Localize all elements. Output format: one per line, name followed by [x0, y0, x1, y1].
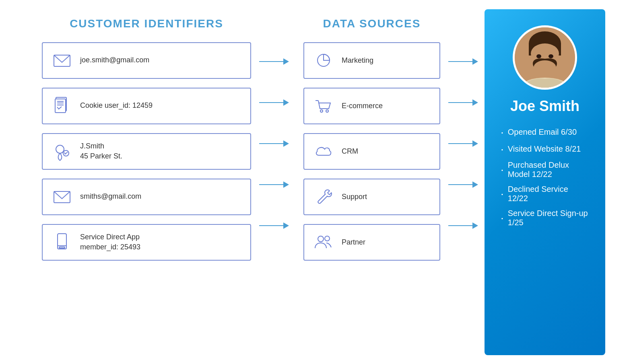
identifier-address-label: J.Smith 45 Parker St. [80, 141, 122, 161]
arrow-icon-4 [259, 181, 289, 188]
arrow-3 [259, 128, 295, 160]
customer-identifiers-title: CUSTOMER IDENTIFIERS [42, 17, 251, 30]
identifier-email1: joe.smith@gmail.com [42, 42, 251, 79]
cart-icon [312, 95, 334, 117]
wrench-icon [312, 186, 334, 208]
arrow-icon-r2 [448, 99, 478, 106]
datasource-partner-label: Partner [342, 238, 365, 247]
arrow-icon-1 [259, 58, 289, 65]
arrow-4 [259, 169, 295, 201]
identifier-email1-label: joe.smith@gmail.com [80, 55, 149, 65]
svg-point-23 [325, 236, 330, 241]
arrow-2 [259, 86, 295, 119]
svg-point-20 [320, 110, 323, 112]
arrow-r4 [448, 169, 485, 201]
datasource-crm-label: CRM [342, 147, 358, 156]
identifier-email2: smiths@gmail.com [42, 179, 251, 215]
email-icon-2 [51, 186, 73, 208]
arrow-r2 [448, 86, 485, 119]
identifier-cookie: Cookie user_id: 12459 [42, 88, 251, 124]
data-sources-section: DATA SOURCES Marketing [295, 9, 448, 278]
svg-point-21 [326, 110, 328, 112]
svg-point-22 [318, 236, 324, 242]
document-icon [51, 95, 73, 117]
main-container: CUSTOMER IDENTIFIERS joe.smith@gmail.com [26, 9, 605, 355]
datasource-marketing: Marketing [303, 42, 440, 79]
activity-item-4: Declined Service 12/22 [501, 185, 589, 203]
arrow-r3 [448, 128, 485, 160]
arrow-5 [259, 210, 295, 242]
chart-icon [312, 49, 334, 72]
arrow-icon-r3 [448, 140, 478, 147]
svg-point-29 [549, 54, 553, 58]
mobile-icon [51, 231, 73, 253]
activity-list: Opened Email 6/30 Visited Website 8/21 P… [497, 127, 593, 233]
arrow-icon-r5 [448, 222, 478, 229]
datasource-ecommerce: E-commerce [303, 88, 440, 124]
avatar-image [515, 27, 575, 88]
email-icon-1 [51, 49, 73, 72]
datasource-marketing-label: Marketing [342, 56, 373, 65]
arrow-r1 [448, 45, 485, 78]
right-arrows-column [448, 9, 485, 251]
identifier-cookie-label: Cookie user_id: 12459 [80, 101, 153, 111]
activity-item-3: Purchased Delux Model 12/22 [501, 160, 589, 179]
arrow-icon-r4 [448, 181, 478, 188]
datasource-crm: CRM [303, 133, 440, 170]
svg-point-30 [534, 60, 556, 75]
datasource-support-label: Support [342, 193, 367, 201]
people-icon [312, 231, 334, 253]
cloud-icon [312, 140, 334, 162]
arrow-r5 [448, 210, 485, 242]
svg-rect-15 [59, 247, 65, 248]
arrow-1 [259, 45, 295, 78]
identifier-email2-label: smiths@gmail.com [80, 191, 141, 202]
identifier-app-label: Service Direct App member_id: 25493 [80, 232, 140, 252]
svg-point-28 [536, 54, 541, 58]
arrow-icon-r1 [448, 58, 478, 65]
activity-item-2: Visited Website 8/21 [501, 144, 589, 155]
customer-profile-section: Joe Smith Opened Email 6/30 Visited Webs… [485, 9, 605, 355]
datasource-partner: Partner [303, 224, 440, 261]
left-arrows-column [259, 9, 295, 251]
customer-name: Joe Smith [510, 98, 579, 115]
arrow-icon-3 [259, 140, 289, 147]
data-sources-title: DATA SOURCES [303, 17, 440, 30]
identifier-app: Service Direct App member_id: 25493 [42, 224, 251, 261]
arrow-icon-5 [259, 222, 289, 229]
svg-point-10 [56, 145, 64, 153]
avatar [513, 25, 577, 90]
datasource-support: Support [303, 179, 440, 215]
activity-item-5: Service Direct Sign-up 1/25 [501, 209, 589, 227]
activity-item-1: Opened Email 6/30 [501, 127, 589, 138]
location-icon [51, 140, 73, 162]
customer-identifiers-section: CUSTOMER IDENTIFIERS joe.smith@gmail.com [26, 9, 259, 278]
datasource-ecommerce-label: E-commerce [342, 102, 383, 110]
identifier-address: J.Smith 45 Parker St. [42, 133, 251, 170]
arrow-icon-2 [259, 99, 289, 106]
